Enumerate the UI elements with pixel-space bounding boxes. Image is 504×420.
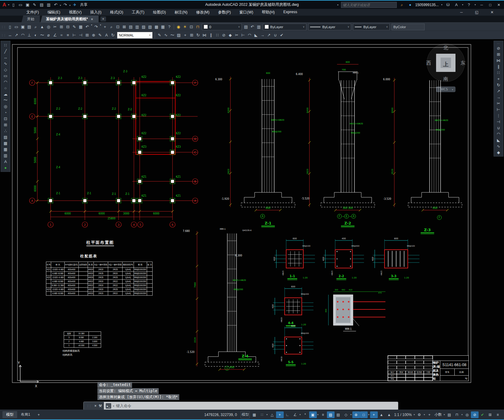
menu-item[interactable]: 文件(F) [22, 10, 43, 15]
quick-properties-icon[interactable]: ▤ [445, 411, 453, 418]
mirror-icon[interactable]: ⋈ [201, 32, 208, 38]
menu-item[interactable]: 窗口(W) [235, 10, 257, 15]
polygon-icon[interactable]: ◇ [2, 66, 9, 73]
dim-diameter-icon[interactable]: ⌀ [45, 32, 52, 38]
tab-start[interactable]: 开始 [21, 16, 40, 23]
redo-icon[interactable]: ↷ [93, 24, 99, 30]
mtext-icon[interactable]: A [2, 158, 9, 165]
annotation-scale-caret-icon[interactable]: ▾ [414, 413, 415, 416]
tolerance-icon[interactable]: ⊞ [84, 32, 90, 38]
match-properties-icon[interactable]: ✎ [71, 24, 78, 30]
snap-caret-icon[interactable]: ▾ [266, 413, 267, 416]
polar-tracking-icon[interactable]: ∠ [291, 411, 299, 418]
scale-icon[interactable]: ↗ [266, 32, 272, 38]
zoom-window-icon[interactable]: ⊡ [115, 24, 121, 30]
move-icon[interactable]: + [182, 32, 188, 38]
doc-restore-button[interactable]: ◱ [469, 10, 484, 14]
stretch-icon[interactable]: → [259, 32, 266, 38]
dimstyle-dropdown[interactable]: NORMAL∨ [117, 32, 153, 39]
fillet-icon[interactable]: ◠ [495, 131, 502, 137]
erase-icon[interactable]: ⊘ [495, 45, 502, 51]
extend-icon[interactable]: ⊢ [240, 32, 246, 38]
share-icon[interactable]: ✈ [71, 2, 78, 8]
hatch-icon[interactable]: ▨ [2, 134, 9, 140]
command-wrench-icon[interactable]: ⚒ [99, 404, 102, 408]
dim-ordinate-icon[interactable]: ⊥ [26, 32, 32, 38]
linetype-dropdown[interactable]: ByLayer∨ [308, 24, 351, 30]
extend-icon[interactable]: ⊢ [495, 106, 502, 112]
chamfer-icon[interactable]: ◣ [253, 32, 259, 38]
menu-item[interactable]: 修改(M) [192, 10, 214, 15]
stretch-icon[interactable]: → [495, 94, 502, 100]
paste-icon[interactable]: ⊟ [65, 24, 71, 30]
app-store-cart-icon[interactable]: ⛁ [445, 2, 451, 8]
plotstyle-box[interactable]: ByColor [392, 24, 425, 30]
save-as-icon[interactable]: ✎ [31, 2, 38, 8]
plot-icon[interactable]: ▤ [26, 24, 32, 30]
command-grip-icon[interactable]: ⋮⋮ [86, 404, 91, 407]
arc-icon[interactable]: ◠ [2, 79, 9, 85]
table-icon[interactable]: ▥ [2, 152, 9, 158]
dim-angular-icon[interactable]: ∠ [52, 32, 58, 38]
revision-cloud-icon[interactable]: ☁ [2, 91, 9, 97]
command-input[interactable]: 键入命令 [116, 403, 131, 409]
circle-icon[interactable]: ○ [2, 85, 9, 91]
designcenter-icon[interactable]: ▥ [134, 24, 140, 30]
array-icon[interactable]: ∷ [495, 70, 502, 76]
copy-icon[interactable]: ⊞ [188, 32, 195, 38]
selection-filter-caret-icon[interactable]: ▾ [368, 413, 369, 416]
selection-cycling-icon[interactable]: ▤ [335, 411, 342, 418]
menu-item[interactable]: 格式(O) [106, 10, 127, 15]
erase-icon[interactable]: ⊘ [221, 32, 227, 38]
new-tab-button[interactable]: + [100, 17, 106, 21]
graphics-performance-icon[interactable]: ✔ [479, 411, 486, 418]
etransmit-icon[interactable]: ◎ [45, 24, 52, 30]
move-icon[interactable]: + [495, 76, 502, 82]
undo-icon[interactable]: ↶ [52, 2, 59, 8]
grid-icon[interactable]: ▦ [250, 411, 258, 418]
layer-on-bulb-icon[interactable]: ◉ [175, 24, 182, 30]
layer-viewport-icon[interactable]: ⊡ [188, 24, 195, 30]
help-icon[interactable]: ? [166, 24, 172, 30]
sheet-set-manager-icon[interactable]: ▧ [147, 24, 153, 30]
add-layout-button[interactable]: + [34, 412, 44, 418]
redo-icon[interactable]: ↷ [62, 2, 69, 8]
osnap-caret-icon[interactable]: ▾ [317, 413, 319, 416]
edit-spline-icon[interactable]: 〜 [169, 32, 176, 38]
construction-line-icon[interactable]: ↔ [2, 54, 9, 60]
polyline-icon[interactable]: ∿ [2, 60, 9, 66]
search-expand-icon[interactable]: ▸ [337, 3, 339, 6]
3d-osnap-icon[interactable]: ◇ [342, 411, 350, 418]
quickcalc-icon[interactable]: ▦ [160, 24, 166, 30]
customize-icon[interactable]: ≡ [494, 411, 502, 418]
layer-properties-icon[interactable]: ▤ [243, 24, 249, 30]
ellipse-icon[interactable]: ◎ [2, 103, 9, 109]
dim-jogged-icon[interactable]: 〜 [39, 32, 45, 38]
model-paper-toggle[interactable]: 模型 [241, 411, 250, 418]
make-block-icon[interactable]: ⊞ [2, 122, 9, 128]
undo-caret-icon[interactable]: ▾ [60, 4, 61, 7]
undo-icon[interactable]: ↶ [84, 24, 90, 30]
doc-minimize-button[interactable]: ─ [454, 10, 469, 14]
plot-icon[interactable]: ▥ [45, 2, 52, 8]
annotation-monitor-icon[interactable]: + [426, 411, 433, 418]
menu-item[interactable]: 编辑(E) [43, 10, 65, 15]
search-input[interactable] [341, 2, 397, 8]
dynamic-input-icon[interactable]: + [276, 411, 284, 418]
infer-constraints-icon[interactable]: △ [268, 411, 276, 418]
isolate-objects-icon[interactable]: ◎ [463, 411, 471, 418]
save-icon[interactable]: ▣ [20, 24, 26, 30]
join-icon[interactable]: ∪ [272, 32, 279, 38]
layout1-tab[interactable]: 布局1 [17, 411, 34, 418]
app-menu-caret-icon[interactable]: ▾ [8, 3, 9, 6]
osnap-tracking-icon[interactable]: * [301, 411, 309, 418]
scale-icon[interactable]: ↗ [495, 88, 502, 94]
dim-radius-icon[interactable]: ◐ [32, 32, 39, 38]
user-menu-caret-icon[interactable]: ▾ [441, 3, 442, 6]
zoom-realtime-icon[interactable]: ⌕ [108, 24, 115, 30]
fullscreen-icon[interactable]: ⊞ [486, 411, 494, 418]
explode-icon[interactable]: ◆ [495, 149, 502, 155]
insert-block-icon[interactable]: ⊡ [2, 115, 9, 122]
lineweight-dropdown[interactable]: ByLayer∨ [353, 24, 390, 30]
edit-polyline-icon[interactable]: ∿ [163, 32, 169, 38]
